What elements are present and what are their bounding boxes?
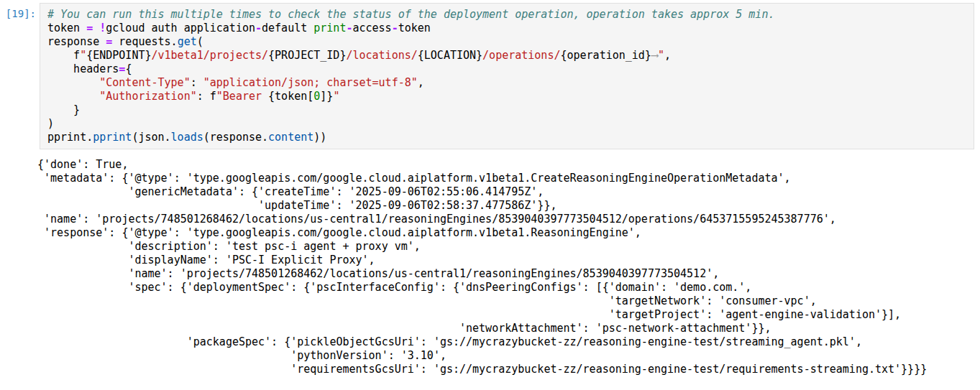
code-token-wrap: ⟶	[651, 49, 658, 62]
execution-count-prompt: [19]:	[0, 3, 36, 21]
cell-input-row: [19]: # You can run this multiple times …	[0, 3, 980, 149]
code-token-pl: )	[47, 117, 54, 130]
code-token-prop: loads	[171, 131, 203, 144]
code-token-pl: gcloud auth application	[106, 22, 255, 34]
code-token-pl: requests.	[112, 35, 177, 48]
code-token-pl: (response.	[203, 131, 268, 144]
code-token-pl: token	[398, 22, 431, 34]
cell-output-row: {'done': True, 'metadata': {'@type': 'ty…	[0, 158, 980, 376]
code-token-pl: :	[191, 76, 203, 89]
code-line: "Content-Type": "application/json; chars…	[47, 76, 966, 90]
code-token-str: "Content-Type"	[99, 76, 190, 89]
code-token-pl: headers	[47, 62, 119, 75]
code-token-pl: ,	[418, 76, 424, 89]
code-cell: [19]: # You can run this multiple times …	[0, 3, 980, 376]
code-line: response = requests.get(	[47, 35, 966, 49]
code-token-op: -	[392, 22, 398, 34]
code-token-pl: response	[47, 35, 106, 48]
code-token-pl: {PROJECT_ID}	[268, 49, 346, 62]
code-token-pl: ]}	[320, 90, 333, 103]
code-token-str: "application/json; charset=utf-8"	[203, 76, 418, 89]
code-line: # You can run this multiple times to che…	[47, 8, 966, 22]
code-token-pl: ,	[664, 49, 671, 62]
code-token-pl	[93, 22, 99, 34]
notebook-page: [19]: # You can run this multiple times …	[0, 0, 980, 376]
code-line: "Authorization": f"Bearer {token[0]}"	[47, 90, 966, 103]
code-token-pl: {LOCATION}	[418, 49, 482, 62]
code-token-pl: {ENDPOINT}	[86, 49, 151, 62]
code-token-pl: (json.	[132, 131, 170, 144]
code-token-pl: {token[	[268, 90, 313, 103]
code-token-prop: content	[268, 131, 313, 144]
output-text: {'done': True, 'metadata': {'@type': 'ty…	[37, 158, 980, 376]
code-token-pl: (	[197, 35, 203, 48]
code-token-str: /v1beta1/projects/	[152, 49, 269, 62]
code-token-op: =	[86, 22, 93, 34]
code-token-str: "Authorization"	[99, 90, 196, 103]
code-token-pl: }	[47, 103, 80, 116]
code-token-str: "	[658, 49, 664, 62]
code-token-str: /locations/	[346, 49, 417, 62]
code-line: headers={	[47, 62, 966, 76]
code-line: f"{ENDPOINT}/v1beta1/projects/{PROJECT_I…	[47, 49, 966, 62]
code-token-bi: print	[313, 22, 346, 34]
code-token-str: "	[80, 49, 86, 62]
code-token-pl: default	[262, 22, 313, 34]
code-token-op: !	[99, 22, 106, 34]
code-token-pl: access	[352, 22, 391, 34]
code-token-num: 0	[313, 90, 320, 103]
code-token-com: # You can run this multiple times to che…	[47, 8, 774, 21]
code-token-pl: token	[47, 22, 86, 34]
code-token-pl	[47, 90, 99, 103]
code-token-op: =	[106, 35, 112, 48]
code-token-prop: pprint	[93, 131, 132, 144]
code-token-pl	[47, 76, 99, 89]
code-token-pl: {operation_id}	[560, 49, 651, 62]
code-token-pl: : f	[197, 90, 216, 103]
code-token-pl: f	[47, 49, 80, 62]
code-editor[interactable]: # You can run this multiple times to che…	[40, 3, 974, 149]
code-token-pl: {	[125, 62, 132, 75]
code-token-prop: get	[178, 35, 197, 48]
output-prompt-spacer	[0, 158, 36, 376]
output-area: {'done': True, 'metadata': {'@type': 'ty…	[36, 158, 980, 376]
code-line: token = !gcloud auth application-default…	[47, 22, 966, 35]
code-content[interactable]: # You can run this multiple times to che…	[47, 8, 966, 144]
code-line: pprint.pprint(json.loads(response.conten…	[47, 131, 966, 144]
code-token-pl: ))	[313, 131, 326, 144]
code-token-str: /operations/	[482, 49, 560, 62]
code-line: )	[47, 117, 966, 131]
code-line: }	[47, 103, 966, 117]
code-token-str: "Bearer	[216, 90, 268, 103]
code-token-op: -	[255, 22, 262, 34]
code-token-pl: pprint.	[47, 131, 93, 144]
code-token-str: "	[333, 90, 339, 103]
